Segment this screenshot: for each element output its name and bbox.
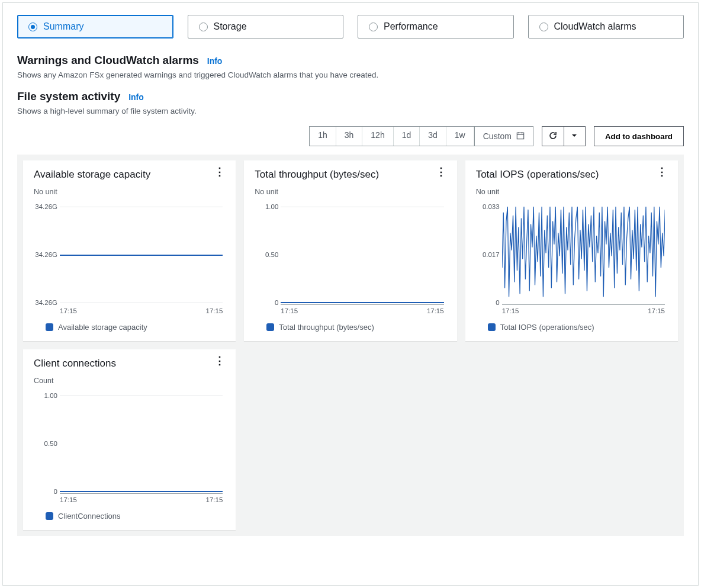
charts-region: Available storage capacity ⋮ No unit 34.… (17, 155, 684, 536)
chart-menu-button[interactable]: ⋮ (214, 358, 225, 364)
chart-menu-button[interactable]: ⋮ (436, 169, 446, 175)
tab-label: Storage (214, 21, 247, 32)
section-title: Warnings and CloudWatch alarms (17, 54, 199, 67)
chart-card-storage-capacity: Available storage capacity ⋮ No unit 34.… (23, 160, 236, 341)
chart-card-iops: Total IOPS (operations/sec) ⋮ No unit 0.… (465, 160, 678, 341)
section-warnings: Warnings and CloudWatch alarms Info Show… (17, 54, 684, 79)
tab-label: CloudWatch alarms (554, 21, 636, 32)
radio-icon (539, 23, 548, 31)
chart-grid: Available storage capacity ⋮ No unit 34.… (23, 160, 678, 530)
data-line (60, 491, 223, 492)
monitoring-panel: Summary Storage Performance CloudWatch a… (2, 2, 699, 586)
chart-unit: No unit (255, 188, 446, 196)
range-1d[interactable]: 1d (394, 127, 420, 146)
data-line (60, 255, 223, 256)
section-title: File system activity (17, 90, 120, 103)
x-tick: 17:15 (206, 307, 223, 314)
chart-plot: 34.26G 34.26G 34.26G (60, 198, 223, 305)
y-tick: 0 (255, 299, 278, 306)
legend-label: Available storage capacity (58, 323, 147, 332)
legend-label: ClientConnections (58, 512, 121, 520)
y-tick: 1.00 (255, 203, 278, 210)
y-tick: 34.26G (34, 299, 57, 306)
legend-swatch (46, 323, 53, 331)
refresh-button[interactable] (542, 126, 564, 146)
tab-label: Summary (43, 21, 83, 32)
add-to-dashboard-button[interactable]: Add to dashboard (594, 126, 684, 146)
y-tick: 0 (34, 488, 57, 495)
chart-title: Available storage capacity (34, 169, 150, 181)
info-link[interactable]: Info (128, 92, 144, 102)
range-1w[interactable]: 1w (446, 127, 474, 146)
chart-toolbar: 1h 3h 12h 1d 3d 1w Custom (17, 126, 684, 146)
section-activity: File system activity Info Shows a high-l… (17, 90, 684, 115)
section-desc: Shows any Amazon FSx generated warnings … (17, 70, 684, 79)
chart-legend: ClientConnections (46, 512, 225, 520)
range-3h[interactable]: 3h (336, 127, 363, 146)
chart-title: Client connections (34, 358, 116, 369)
range-12h[interactable]: 12h (362, 127, 393, 146)
chart-menu-button[interactable]: ⋮ (214, 169, 225, 175)
x-ticks: 17:15 17:15 (60, 496, 223, 503)
chart-plot: 0.033 0.017 0 (502, 198, 665, 305)
tab-performance[interactable]: Performance (358, 15, 514, 38)
data-line (502, 198, 665, 305)
legend-label: Total throughput (bytes/sec) (279, 323, 374, 332)
axis (502, 304, 665, 305)
section-desc: Shows a high-level summary of file syste… (17, 107, 684, 115)
x-tick: 17:15 (648, 307, 665, 314)
data-line (281, 302, 443, 303)
refresh-group (542, 126, 586, 146)
legend-swatch (488, 323, 496, 331)
tab-cloudwatch-alarms[interactable]: CloudWatch alarms (528, 15, 684, 38)
x-tick: 17:15 (427, 307, 444, 314)
chart-title: Total IOPS (operations/sec) (476, 169, 599, 181)
chart-legend: Available storage capacity (46, 323, 225, 332)
tab-summary[interactable]: Summary (17, 15, 173, 38)
refresh-dropdown-button[interactable] (564, 126, 586, 146)
chart-legend: Total IOPS (operations/sec) (488, 323, 667, 332)
axis (60, 493, 223, 494)
y-tick: 0.033 (476, 203, 500, 210)
legend-swatch (266, 323, 274, 331)
chart-menu-button[interactable]: ⋮ (657, 169, 667, 175)
chart-plot: 1.00 0.50 0 (60, 387, 223, 494)
chart-unit: Count (34, 377, 225, 385)
y-tick: 0.017 (476, 251, 500, 258)
y-tick: 34.26G (34, 203, 57, 210)
radio-icon (28, 23, 37, 31)
x-tick: 17:15 (60, 496, 77, 503)
chart-card-client-connections: Client connections ⋮ Count 1.00 0.50 0 1… (23, 349, 236, 530)
range-3d[interactable]: 3d (420, 127, 446, 146)
x-tick: 17:15 (502, 307, 519, 314)
caret-down-icon (571, 131, 578, 141)
legend-swatch (46, 512, 53, 520)
chart-card-throughput: Total throughput (bytes/sec) ⋮ No unit 1… (244, 160, 456, 341)
x-tick: 17:15 (206, 496, 223, 503)
svg-rect-0 (517, 133, 523, 139)
y-tick: 1.00 (34, 392, 57, 399)
x-tick: 17:15 (60, 307, 77, 314)
chart-unit: No unit (476, 188, 667, 196)
chart-title: Total throughput (bytes/sec) (255, 169, 379, 181)
radio-icon (199, 23, 208, 31)
tab-label: Performance (384, 21, 438, 32)
time-range-group: 1h 3h 12h 1d 3d 1w Custom (309, 126, 533, 146)
refresh-icon (548, 131, 558, 142)
custom-label: Custom (483, 131, 512, 141)
y-tick: 34.26G (34, 251, 57, 258)
chart-legend: Total throughput (bytes/sec) (266, 323, 446, 332)
range-custom[interactable]: Custom (474, 127, 533, 146)
x-tick: 17:15 (281, 307, 298, 314)
x-ticks: 17:15 17:15 (502, 307, 665, 314)
tab-storage[interactable]: Storage (188, 15, 344, 38)
y-tick: 0.50 (34, 440, 57, 447)
radio-icon (369, 23, 378, 31)
x-ticks: 17:15 17:15 (60, 307, 223, 314)
info-link[interactable]: Info (207, 56, 223, 66)
y-tick: 0.50 (255, 251, 278, 258)
legend-label: Total IOPS (operations/sec) (500, 323, 594, 332)
chart-unit: No unit (34, 188, 225, 196)
range-1h[interactable]: 1h (310, 127, 336, 146)
chart-plot: 1.00 0.50 0 (281, 198, 443, 305)
